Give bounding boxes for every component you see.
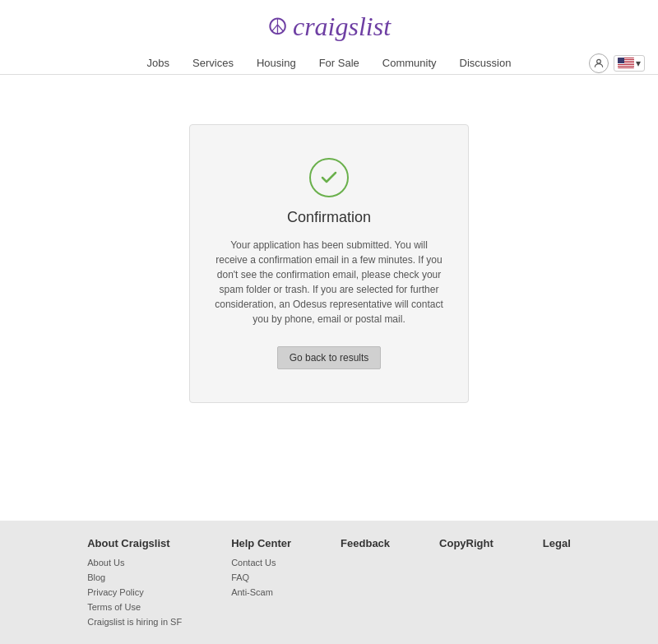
footer-help-links: Contact Us FAQ Anti-Scam: [231, 556, 291, 598]
footer-legal-heading: Legal: [543, 537, 571, 549]
list-item: Privacy Policy: [87, 586, 182, 598]
nav-for-sale[interactable]: For Sale: [319, 57, 359, 69]
footer: About Craigslist About Us Blog Privacy P…: [0, 521, 658, 644]
nav-discussion[interactable]: Discussion: [460, 57, 512, 69]
footer-about-links: About Us Blog Privacy Policy Terms of Us…: [87, 556, 182, 628]
main-content: Confirmation Your application has been s…: [0, 75, 658, 486]
list-item: Craigslist is hiring in SF: [87, 615, 182, 628]
confirmation-body: Your application has been submitted. You…: [215, 238, 443, 327]
footer-col-about: About Craigslist About Us Blog Privacy P…: [87, 537, 182, 628]
footer-antiscam[interactable]: Anti-Scam: [231, 587, 273, 597]
footer-terms[interactable]: Terms of Use: [87, 602, 141, 612]
list-item: Terms of Use: [87, 600, 182, 613]
footer-contact[interactable]: Contact Us: [231, 558, 276, 568]
footer-faq[interactable]: FAQ: [231, 572, 249, 582]
list-item: Contact Us: [231, 556, 291, 568]
go-back-button[interactable]: Go back to results: [277, 346, 382, 369]
footer-columns: About Craigslist About Us Blog Privacy P…: [33, 537, 625, 628]
list-item: Anti-Scam: [231, 586, 291, 598]
nav-housing[interactable]: Housing: [257, 57, 296, 69]
confirmation-card: Confirmation Your application has been s…: [189, 124, 469, 403]
footer-about-heading: About Craigslist: [87, 537, 182, 549]
logo-area: ☮ craigslist: [267, 12, 391, 42]
nav-community[interactable]: Community: [382, 57, 437, 69]
header: ☮ craigslist Jobs Services Housing For S…: [0, 0, 658, 75]
footer-col-copyright: CopyRight: [439, 537, 494, 628]
us-flag-icon: [618, 58, 634, 68]
footer-col-help: Help Center Contact Us FAQ Anti-Scam: [231, 537, 291, 628]
nav-right-controls: ▾: [589, 53, 645, 73]
logo-text: craigslist: [293, 12, 391, 42]
nav-services[interactable]: Services: [192, 57, 234, 69]
list-item: Blog: [87, 571, 182, 583]
confirmation-title: Confirmation: [287, 209, 371, 226]
footer-privacy[interactable]: Privacy Policy: [87, 587, 143, 597]
list-item: About Us: [87, 556, 182, 568]
footer-blog[interactable]: Blog: [87, 572, 105, 582]
account-icon[interactable]: [589, 53, 609, 73]
success-check-icon: [309, 158, 349, 197]
footer-col-feedback: Feedback: [341, 537, 390, 628]
nav-links: Jobs Services Housing For Sale Community…: [147, 57, 512, 69]
footer-hiring[interactable]: Craigslist is hiring in SF: [87, 617, 182, 627]
footer-col-legal: Legal: [543, 537, 571, 628]
footer-copyright-heading: CopyRight: [439, 537, 494, 549]
chevron-down-icon: ▾: [636, 58, 641, 69]
footer-feedback-heading: Feedback: [341, 537, 390, 549]
nav-jobs[interactable]: Jobs: [147, 57, 169, 69]
footer-help-heading: Help Center: [231, 537, 291, 549]
list-item: FAQ: [231, 571, 291, 583]
language-selector[interactable]: ▾: [614, 55, 645, 72]
footer-about-us[interactable]: About Us: [87, 558, 124, 568]
nav-bar: Jobs Services Housing For Sale Community…: [0, 52, 658, 74]
peace-icon: ☮: [267, 13, 288, 40]
svg-point-0: [597, 59, 601, 63]
